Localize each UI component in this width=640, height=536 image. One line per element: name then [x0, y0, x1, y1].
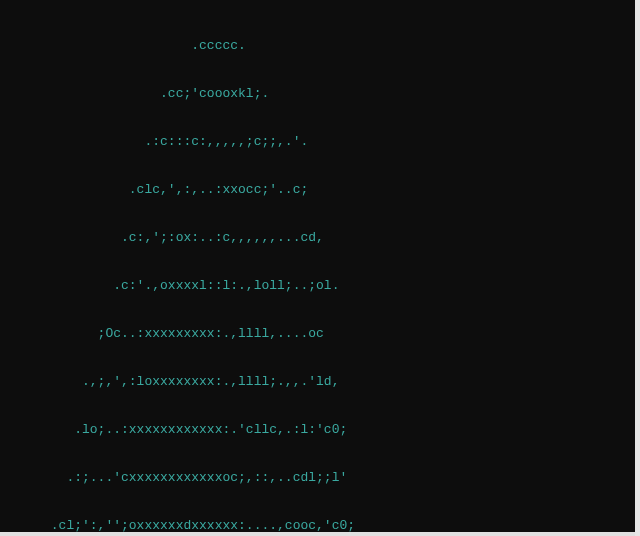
ascii-art-line: .lo;..:xxxxxxxxxxxx:.'cllc,.:l:'c0;	[4, 422, 640, 438]
ascii-art-line: ;Oc..:xxxxxxxxx:.,llll,....oc	[4, 326, 640, 342]
ascii-art-line: .clc,',:,..:xxocc;'..c;	[4, 182, 640, 198]
terminal-output: .ccccc. .cc;'coooxkl;. .:c:::c:,,,,,;c;;…	[0, 6, 640, 536]
ascii-art-line: .ccccc.	[4, 38, 640, 54]
ascii-art-line: .cc;'coooxkl;.	[4, 86, 640, 102]
vertical-scrollbar[interactable]	[635, 0, 640, 536]
ascii-art-line: .:;...'cxxxxxxxxxxxxoc;,::,..cdl;;l'	[4, 470, 640, 486]
ascii-art-line: .c:,';:ox:..:c,,,,,,...cd,	[4, 230, 640, 246]
ascii-art-line: .c:'.,oxxxxl::l:.,loll;..;ol.	[4, 278, 640, 294]
ascii-art-line: .,;,',:loxxxxxxxx:.,llll;.,,.'ld,	[4, 374, 640, 390]
ascii-art-line: .:c:::c:,,,,,;c;;,.'.	[4, 134, 640, 150]
status-bar	[0, 532, 635, 536]
